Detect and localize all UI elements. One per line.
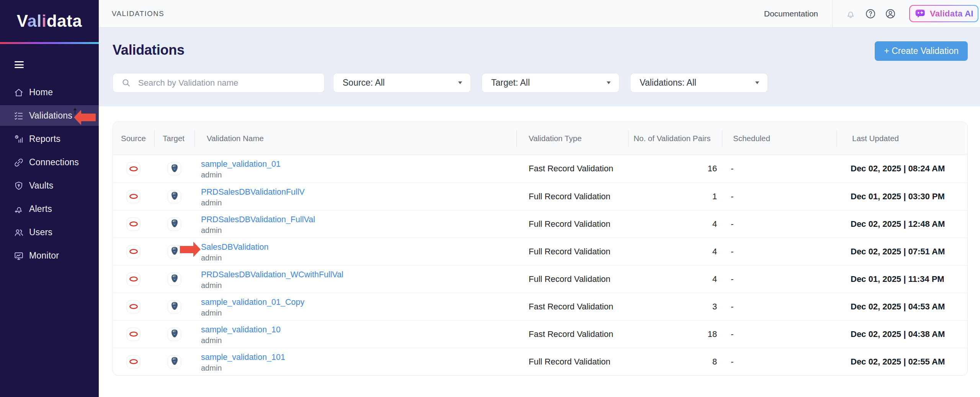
validation-pairs-cell: 1 [634, 183, 717, 210]
postgresql-icon [171, 247, 178, 257]
validations-table: SourceTargetValidation NameValidation Ty… [113, 122, 968, 376]
table-row: PRDSalesDBValidation_WCwithFullValadminF… [113, 265, 967, 293]
validation-owner: admin [201, 170, 281, 180]
validation-type-cell: Full Record Validation [529, 238, 611, 265]
oracle-icon [129, 220, 138, 229]
create-validation-button[interactable]: + Create Validation [875, 41, 968, 61]
sidebar-item-label: Connections [29, 157, 79, 168]
hamburger-menu-icon[interactable] [15, 61, 24, 70]
source-db-icon-box [127, 272, 140, 286]
validation-pairs-cell: 18 [634, 321, 717, 348]
table-row: PRDSalesDBValidation_FullValadminFull Re… [113, 210, 967, 238]
validation-pairs-cell: 4 [634, 238, 717, 265]
target-db-icon-box [168, 272, 181, 286]
validata-ai-button[interactable]: Validata AI [909, 5, 978, 22]
sidebar: Validata HomeValidationsReportsConnectio… [0, 0, 99, 397]
oracle-icon [129, 302, 138, 311]
validation-name-cell: sample_validation_01admin [201, 158, 281, 180]
source-db-icon-box [127, 217, 140, 231]
account-icon[interactable] [885, 8, 896, 19]
target-db-icon-box [168, 190, 181, 203]
scheduled-cell: - [731, 183, 733, 210]
sidebar-item-users[interactable]: Users [0, 221, 99, 244]
target-db-icon-box [168, 355, 181, 368]
validation-type-cell: Full Record Validation [529, 348, 611, 375]
annotation-arrow-salesdb [180, 242, 201, 257]
postgresql-icon [171, 302, 178, 312]
search-box [113, 73, 325, 93]
validation-name-cell: sample_validation_10admin [201, 324, 281, 346]
sidebar-item-home[interactable]: Home [0, 81, 99, 104]
sidebar-item-label: Alerts [29, 204, 52, 214]
vaults-icon [14, 181, 24, 191]
topbar-divider [832, 0, 833, 27]
source-db-icon-box [127, 355, 140, 368]
target-db-icon-box [168, 245, 181, 258]
validation-pairs-cell: 8 [634, 348, 717, 375]
help-icon[interactable] [865, 8, 876, 19]
sidebar-item-label: Vaults [29, 181, 53, 191]
oracle-icon [129, 192, 138, 201]
target-db-icon-box [168, 327, 181, 341]
sidebar-nav: HomeValidationsReportsConnectionsVaultsA… [0, 81, 99, 267]
table-row: SalesDBValidationadminFull Record Valida… [113, 238, 967, 265]
ai-chat-icon [915, 8, 926, 20]
validation-type-cell: Fast Record Validation [529, 155, 613, 182]
reports-icon [14, 134, 24, 144]
target-filter[interactable]: Target: All [482, 73, 619, 93]
sidebar-item-label: Validations [29, 111, 72, 121]
monitor-icon [14, 251, 24, 261]
validation-name-link[interactable]: PRDSalesDBValidation_WCwithFullVal [201, 269, 343, 280]
search-input[interactable] [138, 78, 307, 88]
validation-owner: admin [201, 308, 304, 318]
validation-owner: admin [201, 225, 315, 236]
validation-type-cell: Full Record Validation [529, 183, 611, 210]
notifications-bell-icon[interactable] [845, 8, 856, 19]
validation-name-link[interactable]: sample_validation_01 [201, 158, 281, 170]
postgresql-icon [171, 192, 178, 202]
brand-logo-gradient: ali [27, 11, 46, 30]
validation-owner: admin [201, 280, 343, 291]
validation-name-link[interactable]: sample_validation_01_Copy [201, 296, 304, 308]
validation-name-link[interactable]: PRDSalesDBValidationFullV [201, 186, 305, 198]
column-header-validation-type: Validation Type [529, 122, 581, 155]
home-icon [14, 88, 24, 98]
validation-name-link[interactable]: sample_validation_10 [201, 324, 281, 335]
sidebar-item-monitor[interactable]: Monitor [0, 244, 99, 267]
validation-name-link[interactable]: SalesDBValidation [201, 241, 268, 253]
validation-name-cell: PRDSalesDBValidation_FullValadmin [201, 214, 315, 236]
validation-type-cell: Fast Record Validation [529, 293, 613, 320]
header-divider [628, 130, 629, 147]
source-filter[interactable]: Source: All [333, 73, 471, 93]
oracle-icon [129, 275, 138, 284]
table-row: sample_validation_101adminFull Record Va… [113, 348, 967, 375]
validation-owner: admin [201, 363, 285, 373]
sidebar-item-reports[interactable]: Reports [0, 127, 99, 151]
validation-name-link[interactable]: PRDSalesDBValidation_FullVal [201, 214, 315, 225]
validations-filter[interactable]: Validations: All [630, 73, 768, 93]
last-updated-cell: Dec 01, 2025 | 11:34 PM [851, 265, 944, 293]
validation-type-cell: Full Record Validation [529, 210, 611, 238]
sidebar-item-vaults[interactable]: Vaults [0, 174, 99, 197]
validation-name-link[interactable]: sample_validation_101 [201, 351, 285, 363]
validation-pairs-cell: 4 [634, 210, 717, 238]
scheduled-cell: - [731, 321, 733, 348]
header-divider [194, 130, 195, 147]
validation-name-cell: SalesDBValidationadmin [201, 241, 268, 263]
sidebar-item-connections[interactable]: Connections [0, 151, 99, 174]
sidebar-item-label: Users [29, 227, 52, 238]
validation-pairs-cell: 16 [634, 155, 717, 182]
validation-type-cell: Fast Record Validation [529, 321, 613, 348]
sidebar-item-alerts[interactable]: Alerts [0, 197, 99, 221]
table-row: PRDSalesDBValidationFullVadminFull Recor… [113, 182, 967, 210]
validation-type-cell: Full Record Validation [529, 265, 611, 293]
oracle-icon [129, 164, 138, 173]
last-updated-cell: Dec 02, 2025 | 12:48 AM [851, 210, 945, 238]
documentation-link[interactable]: Documentation [764, 0, 818, 27]
search-icon [121, 78, 131, 88]
scheduled-cell: - [731, 293, 733, 320]
hero-section: Validations + Create Validation Source: … [99, 28, 980, 106]
postgresql-icon [171, 219, 178, 229]
target-db-icon-box [168, 217, 181, 231]
postgresql-icon [171, 164, 178, 174]
